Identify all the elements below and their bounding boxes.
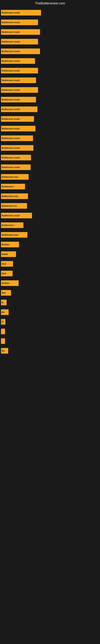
bar-row: Bottleneck result — [1, 154, 99, 162]
bar-label: Bottle — [2, 253, 8, 256]
bars-container: Bottleneck resultBottleneck resultBottle… — [0, 7, 100, 359]
bar-row: Bo — [1, 347, 99, 354]
bottleneck-bar: Bottleneck result — [1, 145, 33, 151]
bar-label: Bottleneck result — [2, 108, 20, 110]
bottleneck-bar: Bottleneck r — [1, 184, 25, 190]
bottleneck-bar: Bottleneck result — [1, 155, 31, 160]
bar-row: Bottleneck result — [1, 86, 99, 94]
bar-row: Bottlen — [1, 279, 99, 287]
bar-row: Bottleneck r — [1, 183, 99, 190]
bottleneck-bar: B — [1, 319, 5, 324]
bottleneck-bar: Bottleneck result — [1, 126, 35, 132]
bottleneck-bar: Bottleneck result — [1, 213, 32, 218]
bar-label: Bottleneck result — [2, 156, 20, 159]
bar-row: Bottleneck result — [1, 18, 99, 26]
bottleneck-bar: Bottlen — [1, 242, 19, 247]
bar-row: Bottleneck result — [1, 76, 99, 84]
bar-row: Bottleneck resu — [1, 231, 99, 239]
bottleneck-bar: Bottleneck result — [1, 116, 34, 122]
bottleneck-bar: Bottleneck res — [1, 203, 27, 209]
bar-row: B — [1, 299, 99, 306]
bar-row: Bottleneck r — [1, 222, 99, 229]
bottleneck-bar: Bottleneck r — [1, 222, 23, 228]
bottleneck-bar: Bottleneck result — [1, 78, 36, 83]
bar-label: Bottlen — [2, 243, 9, 246]
bar-row: Bo — [1, 308, 99, 316]
bar-row: Bottleneck resu — [1, 173, 99, 181]
bar-label: Bottleneck result — [2, 50, 20, 52]
bar-label: Bottleneck resu — [2, 234, 18, 236]
bar-row: B — [1, 318, 99, 326]
bar-label: Bottleneck result — [2, 21, 20, 24]
bar-label: Bottleneck result — [2, 89, 20, 91]
bar-row: Bott — [1, 270, 99, 277]
bar-row: Bottleneck result — [1, 106, 99, 113]
bottleneck-bar: Bo — [1, 348, 8, 354]
bar-label: Bottleneck result — [2, 70, 20, 72]
bar-row: Bott — [1, 260, 99, 268]
bottleneck-bar: Bottleneck result — [1, 106, 37, 112]
bottleneck-bar: Bott — [1, 271, 13, 276]
bar-label: Bottleneck result — [2, 128, 20, 130]
bar-label: Bottleneck r — [2, 185, 15, 188]
bar-row: Bottleneck res — [1, 202, 99, 210]
bottleneck-bar: Bottle — [1, 251, 16, 257]
bar-row: Bottleneck result — [1, 9, 99, 16]
bottleneck-bar: Bottleneck result — [1, 164, 31, 170]
bottleneck-bar: Bottleneck result — [1, 68, 38, 74]
bottleneck-bar: Bottleneck result — [1, 39, 38, 44]
bar-label: Bo — [2, 311, 5, 313]
bottleneck-bar: Bottleneck result — [1, 97, 36, 102]
bar-row: Bottlen — [1, 241, 99, 248]
bottleneck-bar: Bottlen — [1, 280, 19, 286]
bar-label: Bottleneck resu — [2, 195, 18, 198]
bar-row — [1, 328, 99, 335]
site-title-text: TheBottlenecker.com — [0, 0, 100, 7]
bottleneck-bar: Bott — [1, 261, 13, 267]
bar-row: Bottleneck result — [1, 96, 99, 104]
bottleneck-bar: Bottleneck resu — [1, 232, 27, 238]
bottleneck-bar: Bo — [1, 309, 9, 315]
bar-label: Bottleneck r — [2, 224, 15, 226]
bottleneck-bar: Bottleneck resu — [1, 194, 28, 199]
bar-label: Bottleneck result — [2, 166, 20, 168]
bar-label: Bott — [2, 272, 6, 275]
bar-row: Bottleneck result — [1, 115, 99, 123]
bar-label: Bottleneck result — [2, 118, 20, 120]
bar-row: Bottleneck result — [1, 67, 99, 74]
bar-row: Bot — [1, 289, 99, 297]
bar-label: Bo — [2, 350, 5, 352]
bar-row: Bottleneck result — [1, 57, 99, 65]
bar-label: Bottleneck result — [2, 137, 20, 140]
bar-row: Bottleneck result — [1, 164, 99, 171]
bar-label: Bottleneck resu — [2, 176, 18, 178]
bottleneck-bar: Bottleneck resu — [1, 174, 29, 180]
bar-label: Bottleneck result — [2, 147, 20, 149]
bar-label: Bottleneck result — [2, 12, 20, 14]
bar-row: Bottleneck result — [1, 28, 99, 36]
bar-label: B — [2, 320, 3, 323]
bottleneck-bar — [1, 338, 5, 344]
bar-row — [1, 337, 99, 345]
bar-label: Bottleneck res — [2, 205, 17, 207]
bottleneck-bar: B — [1, 300, 7, 305]
bar-label: Bottleneck result — [2, 79, 20, 82]
bar-row: Bottle — [1, 250, 99, 258]
bottleneck-bar: Bottleneck result — [1, 58, 35, 64]
site-title: TheBottlenecker.com — [0, 0, 100, 7]
bottleneck-bar: Bot — [1, 290, 11, 296]
bar-label: Bott — [2, 263, 6, 265]
bar-row: Bottleneck resu — [1, 192, 99, 200]
bottleneck-bar: Bottleneck result — [1, 136, 33, 141]
bottleneck-bar: Bottleneck result — [1, 20, 38, 25]
bar-label: Bot — [2, 292, 5, 294]
bar-row: Bottleneck result — [1, 125, 99, 132]
bar-label: B — [2, 301, 3, 304]
bar-label: Bottleneck result — [2, 40, 20, 43]
bar-label: Bottleneck result — [2, 98, 20, 101]
bar-row: Bottleneck result — [1, 144, 99, 152]
bar-label: Bottleneck result — [2, 214, 20, 217]
bar-label: Bottleneck result — [2, 60, 20, 62]
bar-row: Bottleneck result — [1, 134, 99, 142]
bar-row: Bottleneck result — [1, 212, 99, 219]
